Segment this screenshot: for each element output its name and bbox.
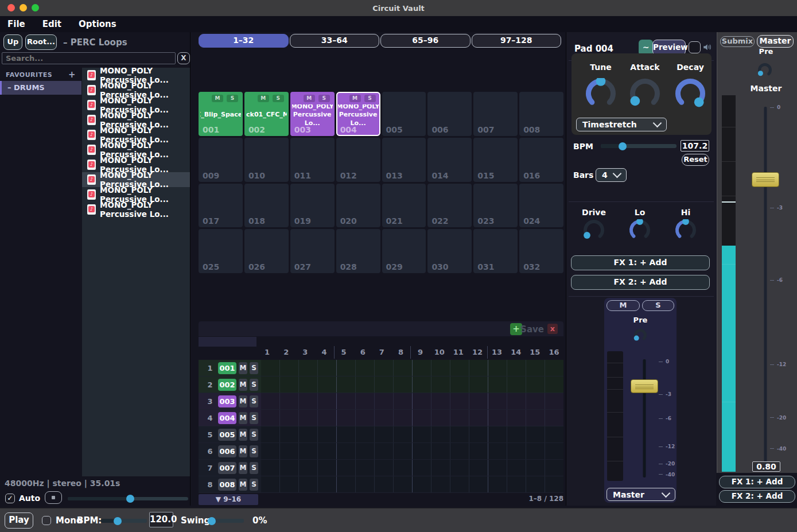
step-cell[interactable] bbox=[469, 426, 488, 442]
pad-solo-button[interactable]: S bbox=[227, 95, 238, 102]
row-solo-button[interactable]: S bbox=[250, 412, 258, 424]
pad-022[interactable]: 022 bbox=[427, 184, 472, 228]
step-cell[interactable] bbox=[337, 393, 356, 409]
step-cell[interactable] bbox=[431, 376, 450, 393]
row-pad-chip[interactable]: 001 bbox=[218, 362, 236, 374]
step-cell[interactable] bbox=[394, 443, 413, 459]
bank-tab-1–32[interactable]: 1–32 bbox=[199, 34, 289, 48]
pad-001[interactable]: MSFX_Blip_Space...001 bbox=[199, 92, 243, 136]
step-cell[interactable] bbox=[356, 376, 375, 393]
step-cell[interactable] bbox=[261, 360, 280, 376]
step-cell[interactable] bbox=[261, 376, 280, 393]
row-pad-chip[interactable]: 006 bbox=[218, 445, 236, 457]
step-cell[interactable] bbox=[318, 426, 337, 442]
row-mute-button[interactable]: M bbox=[239, 395, 247, 407]
search-input[interactable] bbox=[2, 52, 176, 64]
step-cell[interactable] bbox=[261, 410, 280, 426]
pad-009[interactable]: 009 bbox=[199, 138, 243, 182]
step-cell[interactable] bbox=[375, 460, 394, 476]
step-cell[interactable] bbox=[356, 410, 375, 426]
row-pad-chip[interactable]: 003 bbox=[218, 395, 236, 407]
stretch-mode-dropdown[interactable]: Timestretch bbox=[576, 118, 667, 131]
step-cell[interactable] bbox=[526, 376, 545, 393]
lo-knob[interactable] bbox=[629, 219, 651, 243]
step-cell[interactable] bbox=[280, 360, 299, 376]
step-cell[interactable] bbox=[375, 376, 394, 393]
step-cell[interactable] bbox=[299, 460, 318, 476]
row-solo-button[interactable]: S bbox=[250, 445, 258, 457]
fader-handle[interactable] bbox=[631, 379, 658, 393]
step-cell[interactable] bbox=[394, 426, 413, 442]
step-cell[interactable] bbox=[526, 360, 545, 376]
transport-bpm-slider[interactable] bbox=[101, 519, 147, 523]
row-solo-button[interactable]: S bbox=[250, 429, 258, 441]
step-cell[interactable] bbox=[356, 443, 375, 459]
pad-mute-button[interactable]: M bbox=[212, 95, 223, 102]
pad-bpm-slider[interactable] bbox=[601, 144, 677, 148]
step-cell[interactable] bbox=[394, 410, 413, 426]
pad-mute-button[interactable]: M bbox=[349, 95, 361, 102]
pad-solo-button[interactable]: S bbox=[364, 95, 376, 102]
bars-dropdown[interactable]: 4 bbox=[596, 168, 627, 182]
master-gain-value[interactable]: 0.80 bbox=[752, 461, 780, 472]
step-cell[interactable] bbox=[488, 476, 507, 492]
step-cell[interactable] bbox=[450, 410, 469, 426]
pad-fx1-add-button[interactable]: FX 1: + Add bbox=[571, 255, 710, 270]
step-cell[interactable] bbox=[318, 393, 337, 409]
sequencer-close-button[interactable]: x bbox=[547, 324, 558, 334]
step-cell[interactable] bbox=[413, 376, 431, 393]
pad-019[interactable]: 019 bbox=[290, 184, 335, 228]
pad-021[interactable]: 021 bbox=[382, 184, 426, 228]
step-cell[interactable] bbox=[507, 410, 526, 426]
row-pad-chip[interactable]: 005 bbox=[218, 429, 236, 441]
step-cell[interactable] bbox=[488, 460, 507, 476]
step-cell[interactable] bbox=[318, 376, 337, 393]
step-cell[interactable] bbox=[413, 410, 431, 426]
step-cell[interactable] bbox=[507, 460, 526, 476]
step-cell[interactable] bbox=[488, 410, 507, 426]
step-cell[interactable] bbox=[507, 393, 526, 409]
pad-fx2-add-button[interactable]: FX 2: + Add bbox=[571, 275, 710, 290]
step-cell[interactable] bbox=[375, 393, 394, 409]
step-cell[interactable] bbox=[545, 476, 563, 492]
step-cell[interactable] bbox=[431, 360, 450, 376]
step-cell[interactable] bbox=[413, 426, 431, 442]
step-cell[interactable] bbox=[545, 426, 563, 442]
step-cell[interactable] bbox=[337, 443, 356, 459]
bank-tab-65–96[interactable]: 65–96 bbox=[380, 34, 471, 48]
pad-002[interactable]: MSKick01_CFC_MP002 bbox=[244, 92, 289, 136]
step-cell[interactable] bbox=[261, 443, 280, 459]
step-cell[interactable] bbox=[318, 460, 337, 476]
step-cell[interactable] bbox=[413, 443, 431, 459]
step-cell[interactable] bbox=[356, 476, 375, 492]
step-cell[interactable] bbox=[299, 376, 318, 393]
step-cell[interactable] bbox=[394, 460, 413, 476]
pad-023[interactable]: 023 bbox=[473, 184, 518, 228]
bank-tab-97–128[interactable]: 97–128 bbox=[472, 34, 562, 48]
hi-knob[interactable] bbox=[675, 219, 697, 243]
step-cell[interactable] bbox=[299, 410, 318, 426]
step-cell[interactable] bbox=[488, 443, 507, 459]
bpm-reset-button[interactable]: Reset bbox=[682, 154, 709, 166]
step-cell[interactable] bbox=[507, 360, 526, 376]
step-cell[interactable] bbox=[337, 476, 356, 492]
step-cell[interactable] bbox=[469, 360, 488, 376]
step-cell[interactable] bbox=[261, 460, 280, 476]
step-cell[interactable] bbox=[450, 460, 469, 476]
pad-018[interactable]: 018 bbox=[244, 184, 289, 228]
step-cell[interactable] bbox=[469, 393, 488, 409]
step-cell[interactable] bbox=[431, 426, 450, 442]
step-cell[interactable] bbox=[545, 460, 563, 476]
row-solo-button[interactable]: S bbox=[250, 479, 258, 491]
step-cell[interactable] bbox=[394, 476, 413, 492]
pad-025[interactable]: 025 bbox=[199, 229, 243, 273]
swing-slider[interactable] bbox=[208, 519, 244, 523]
step-cell[interactable] bbox=[356, 393, 375, 409]
step-cell[interactable] bbox=[375, 426, 394, 442]
step-cell[interactable] bbox=[545, 410, 563, 426]
step-cell[interactable] bbox=[394, 360, 413, 376]
row-mute-button[interactable]: M bbox=[239, 445, 247, 457]
master-fx2-add-button[interactable]: FX 2: + Add bbox=[719, 490, 795, 503]
row-pad-chip[interactable]: 002 bbox=[218, 379, 236, 391]
pad-003[interactable]: MSMONO_POLY Percussive Lo...003 bbox=[290, 92, 335, 136]
